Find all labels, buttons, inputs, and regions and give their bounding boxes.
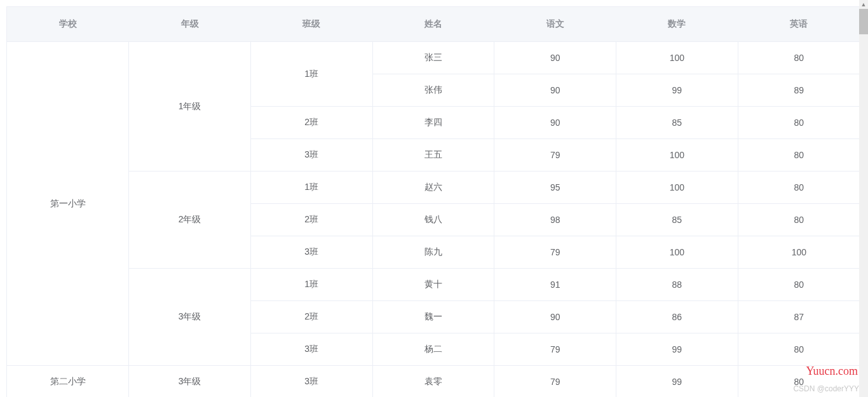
cell-math: 88 xyxy=(616,269,738,301)
column-header-0: 学校 xyxy=(7,7,129,42)
data-table-container: 学校年级班级姓名语文数学英语 第一小学1年级1班张三9010080张伟90998… xyxy=(6,6,860,397)
cell-grade: 3年级 xyxy=(129,366,251,398)
cell-chinese: 98 xyxy=(494,204,616,236)
scrollbar-up-arrow[interactable]: ▲ xyxy=(859,0,868,9)
cell-name: 黄十 xyxy=(372,269,494,301)
cell-chinese: 90 xyxy=(494,107,616,139)
cell-english: 80 xyxy=(738,366,860,398)
cell-math: 100 xyxy=(616,42,738,74)
cell-grade: 3年级 xyxy=(129,269,251,366)
cell-english: 80 xyxy=(738,139,860,172)
column-header-1: 年级 xyxy=(129,7,251,42)
cell-chinese: 90 xyxy=(494,74,616,107)
column-header-4: 语文 xyxy=(494,7,616,42)
cell-school: 第一小学 xyxy=(7,42,129,366)
cell-name: 王五 xyxy=(372,139,494,172)
table-row: 2年级1班赵六9510080 xyxy=(7,172,860,204)
cell-chinese: 90 xyxy=(494,301,616,333)
column-header-6: 英语 xyxy=(738,7,860,42)
cell-chinese: 90 xyxy=(494,42,616,74)
cell-chinese: 79 xyxy=(494,366,616,398)
cell-chinese: 79 xyxy=(494,139,616,172)
cell-name: 张伟 xyxy=(372,74,494,107)
table-row: 第二小学3年级3班袁零799980 xyxy=(7,366,860,398)
cell-name: 钱八 xyxy=(372,204,494,236)
cell-english: 80 xyxy=(738,172,860,204)
cell-english: 80 xyxy=(738,269,860,301)
header-row: 学校年级班级姓名语文数学英语 xyxy=(7,7,860,42)
scrollbar[interactable]: ▲ xyxy=(859,0,868,397)
cell-name: 魏一 xyxy=(372,301,494,333)
cell-english: 80 xyxy=(738,107,860,139)
cell-math: 99 xyxy=(616,366,738,398)
cell-grade: 1年级 xyxy=(129,42,251,172)
column-header-2: 班级 xyxy=(250,7,372,42)
cell-name: 杨二 xyxy=(372,333,494,366)
cell-math: 85 xyxy=(616,107,738,139)
cell-class: 3班 xyxy=(250,333,372,366)
scrollbar-thumb[interactable] xyxy=(859,9,868,34)
cell-name: 张三 xyxy=(372,42,494,74)
cell-name: 李四 xyxy=(372,107,494,139)
cell-english: 80 xyxy=(738,204,860,236)
table-header: 学校年级班级姓名语文数学英语 xyxy=(7,7,860,42)
cell-name: 赵六 xyxy=(372,172,494,204)
cell-math: 99 xyxy=(616,74,738,107)
student-scores-table: 学校年级班级姓名语文数学英语 第一小学1年级1班张三9010080张伟90998… xyxy=(7,7,860,397)
cell-math: 99 xyxy=(616,333,738,366)
cell-class: 1班 xyxy=(250,42,372,107)
table-row: 3年级1班黄十918880 xyxy=(7,269,860,301)
column-header-3: 姓名 xyxy=(372,7,494,42)
cell-class: 2班 xyxy=(250,107,372,139)
cell-name: 陈九 xyxy=(372,236,494,269)
cell-math: 100 xyxy=(616,139,738,172)
cell-chinese: 79 xyxy=(494,333,616,366)
cell-class: 3班 xyxy=(250,366,372,398)
cell-class: 2班 xyxy=(250,301,372,333)
cell-name: 袁零 xyxy=(372,366,494,398)
cell-grade: 2年级 xyxy=(129,172,251,269)
table-body: 第一小学1年级1班张三9010080张伟9099892班李四9085803班王五… xyxy=(7,42,860,398)
cell-english: 80 xyxy=(738,333,860,366)
cell-english: 87 xyxy=(738,301,860,333)
column-header-5: 数学 xyxy=(616,7,738,42)
cell-math: 86 xyxy=(616,301,738,333)
cell-chinese: 79 xyxy=(494,236,616,269)
cell-math: 100 xyxy=(616,172,738,204)
cell-chinese: 95 xyxy=(494,172,616,204)
cell-math: 100 xyxy=(616,236,738,269)
cell-class: 1班 xyxy=(250,269,372,301)
cell-class: 3班 xyxy=(250,236,372,269)
table-row: 第一小学1年级1班张三9010080 xyxy=(7,42,860,74)
cell-class: 3班 xyxy=(250,139,372,172)
cell-school: 第二小学 xyxy=(7,366,129,398)
cell-chinese: 91 xyxy=(494,269,616,301)
cell-english: 89 xyxy=(738,74,860,107)
cell-english: 80 xyxy=(738,42,860,74)
cell-class: 2班 xyxy=(250,204,372,236)
cell-class: 1班 xyxy=(250,172,372,204)
cell-math: 85 xyxy=(616,204,738,236)
cell-english: 100 xyxy=(738,236,860,269)
